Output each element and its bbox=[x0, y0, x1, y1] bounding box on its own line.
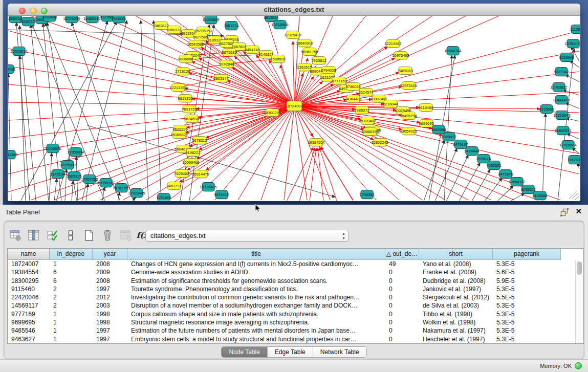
table-row[interactable]: 1830029562008Estimation of significance … bbox=[8, 277, 583, 285]
graph-node[interactable]: 1588520 bbox=[270, 55, 285, 64]
column-header-in_degree[interactable]: in_degree bbox=[50, 249, 93, 260]
graph-node[interactable]: 9619356 bbox=[178, 95, 192, 103]
graph-node[interactable]: 15276029 bbox=[63, 16, 80, 24]
table-cell-name[interactable]: 9777169 bbox=[8, 310, 50, 318]
graph-node[interactable]: 24364486 bbox=[344, 95, 361, 104]
column-header-short[interactable]: short bbox=[419, 249, 493, 260]
table-cell-short[interactable]: Yano et al. (2008) bbox=[419, 260, 493, 268]
graph-node[interactable]: 17016504 bbox=[559, 141, 576, 150]
graph-node[interactable]: 16548784 bbox=[444, 47, 461, 56]
table-cell-title[interactable]: Estimation of significance thresholds fo… bbox=[127, 277, 385, 285]
table-cell-year[interactable]: 2012 bbox=[93, 293, 127, 301]
table-cell-title[interactable]: Structural magnetic resonance image aver… bbox=[127, 318, 385, 326]
table-cell-out_degree[interactable]: 0 bbox=[385, 326, 419, 335]
table-cell-name[interactable]: 9699695 bbox=[8, 318, 50, 326]
table-cell-out_degree[interactable]: 0 bbox=[385, 293, 419, 301]
table-cell-in_degree[interactable]: 2 bbox=[50, 293, 93, 301]
table-settings-icon[interactable] bbox=[8, 229, 22, 243]
table-cell-pagerank[interactable]: 5.3E-5 bbox=[493, 260, 561, 268]
graph-node[interactable]: 7485063 bbox=[398, 67, 412, 76]
table-row[interactable]: 946362711997Embryonic stem cells: a mode… bbox=[8, 335, 583, 343]
graph-node[interactable]: 13654923 bbox=[400, 127, 417, 136]
table-cell-name[interactable]: 18724007 bbox=[8, 260, 50, 268]
graph-node[interactable]: 15751074 bbox=[564, 39, 580, 49]
graph-node[interactable]: 18640910 bbox=[296, 39, 313, 48]
table-cell-name[interactable]: 9463627 bbox=[8, 335, 50, 343]
table-cell-pagerank[interactable]: 5.3E-5 bbox=[493, 310, 561, 318]
table-cell-in_degree[interactable]: 1 bbox=[50, 318, 93, 326]
table-cell-pagerank[interactable]: 5.5E-5 bbox=[493, 293, 561, 301]
network-window[interactable]: citations_edges.txt 18724007746382289601… bbox=[8, 4, 580, 201]
graph-node[interactable]: 1112064 bbox=[570, 25, 580, 35]
graph-node[interactable]: 5678312 bbox=[192, 137, 207, 145]
table-cell-short[interactable]: Wolkin et al. (1998) bbox=[419, 318, 493, 326]
graph-node[interactable]: 17957255 bbox=[81, 175, 98, 185]
table-row[interactable]: 946554611997Estimation of the future num… bbox=[8, 326, 583, 335]
table-cell-pagerank[interactable]: 5.3E-5 bbox=[493, 326, 561, 335]
graph-node[interactable]: 15166825 bbox=[170, 131, 187, 140]
row-selection-icon[interactable] bbox=[45, 229, 59, 243]
graph-node[interactable]: 9790498 bbox=[42, 16, 57, 22]
table-row[interactable]: 2242004622012Investigating the contribut… bbox=[8, 293, 583, 301]
table-cell-pagerank[interactable]: 5.3E-5 bbox=[493, 285, 561, 293]
match-rows-icon[interactable] bbox=[63, 229, 77, 243]
table-cell-year[interactable]: 1997 bbox=[93, 326, 127, 335]
graph-node[interactable]: 7946161 bbox=[111, 16, 126, 24]
graph-node[interactable]: 12325419 bbox=[284, 31, 301, 40]
graph-node[interactable]: 8103084 bbox=[532, 191, 547, 201]
table-cell-in_degree[interactable]: 6 bbox=[50, 268, 93, 276]
table-cell-out_degree[interactable]: 0 bbox=[385, 318, 419, 326]
table-cell-short[interactable]: Hescheler et al. (1997) bbox=[419, 335, 493, 343]
graph-node[interactable]: 18300295 bbox=[264, 109, 280, 118]
table-cell-pagerank[interactable]: 5.3E-5 bbox=[493, 301, 561, 310]
graph-node[interactable]: 3624574 bbox=[358, 89, 373, 97]
table-row[interactable]: 911546021997Tourette syndrome. Phenomeno… bbox=[8, 285, 583, 293]
table-cell-year[interactable]: 1997 bbox=[93, 285, 127, 293]
table-cell-year[interactable]: 2009 bbox=[93, 268, 127, 276]
graph-node[interactable]: 12093822 bbox=[550, 83, 567, 93]
graph-node[interactable]: 7986372 bbox=[354, 106, 369, 115]
graph-node[interactable]: 16543582 bbox=[187, 40, 204, 49]
table-cell-title[interactable]: Investigating the contribution of common… bbox=[127, 293, 385, 301]
table-cell-short[interactable]: Franke et al. (2009) bbox=[419, 268, 493, 276]
graph-node[interactable]: 6216044 bbox=[383, 100, 398, 109]
new-table-icon[interactable] bbox=[82, 229, 96, 243]
network-window-titlebar[interactable]: citations_edges.txt bbox=[8, 4, 580, 16]
table-cell-short[interactable]: Dudbridge et al. (2008) bbox=[419, 277, 493, 285]
graph-node[interactable]: 19218506 bbox=[271, 20, 288, 30]
table-cell-in_degree[interactable]: 1 bbox=[50, 310, 93, 318]
delete-table-icon[interactable] bbox=[100, 229, 114, 243]
table-selector-dropdown[interactable]: citations_edges.txt ▲▼ bbox=[145, 230, 349, 242]
graph-node[interactable]: 2718126 bbox=[175, 68, 190, 76]
table-cell-out_degree[interactable]: 0 bbox=[385, 277, 419, 285]
table-cell-short[interactable]: Nakamura et al. (1997) bbox=[419, 326, 493, 335]
table-scrollbar[interactable] bbox=[575, 260, 583, 343]
graph-node[interactable]: 15720407 bbox=[359, 117, 376, 126]
graph-node[interactable]: 7691765 bbox=[182, 105, 197, 114]
graph-node[interactable]: 9896086 bbox=[178, 55, 193, 64]
graph-node[interactable]: 1145194 bbox=[51, 170, 66, 180]
graph-node[interactable]: 7857224 bbox=[224, 21, 238, 31]
network-graph[interactable]: 1872400774638228960128891295415226058982… bbox=[8, 16, 580, 201]
table-scrollbar-thumb[interactable] bbox=[577, 261, 582, 275]
memory-status-indicator[interactable] bbox=[575, 362, 582, 369]
table-cell-year[interactable]: 2003 bbox=[93, 301, 127, 310]
graph-node[interactable]: 10975887 bbox=[59, 161, 76, 170]
graph-node[interactable]: 10666195 bbox=[361, 128, 378, 137]
table-cell-year[interactable]: 1998 bbox=[93, 310, 127, 318]
table-cell-name[interactable]: 19384554 bbox=[8, 268, 50, 276]
table-row[interactable]: 1938455462009Genome-wide association stu… bbox=[8, 268, 583, 276]
graph-node[interactable]: 8960128 bbox=[166, 26, 181, 35]
table-row[interactable]: 977716911998Corpus callosum shape and si… bbox=[8, 310, 583, 318]
graph-node[interactable]: 8471676 bbox=[498, 170, 513, 180]
network-canvas-container[interactable]: 1872400774638228960128891295415226058982… bbox=[8, 16, 580, 201]
graph-node[interactable]: 12023445 bbox=[128, 189, 145, 199]
graph-node[interactable]: 7625402 bbox=[174, 170, 189, 179]
table-cell-in_degree[interactable]: 1 bbox=[50, 326, 93, 335]
graph-node[interactable]: 7236364 bbox=[359, 190, 374, 200]
graph-node[interactable]: 16465512 bbox=[83, 16, 100, 24]
table-cell-in_degree[interactable]: 1 bbox=[50, 335, 93, 343]
tab-node-table[interactable]: Node Table bbox=[222, 347, 268, 357]
graph-node[interactable]: 1640954 bbox=[431, 125, 446, 135]
table-cell-out_degree[interactable]: 0 bbox=[385, 268, 419, 276]
